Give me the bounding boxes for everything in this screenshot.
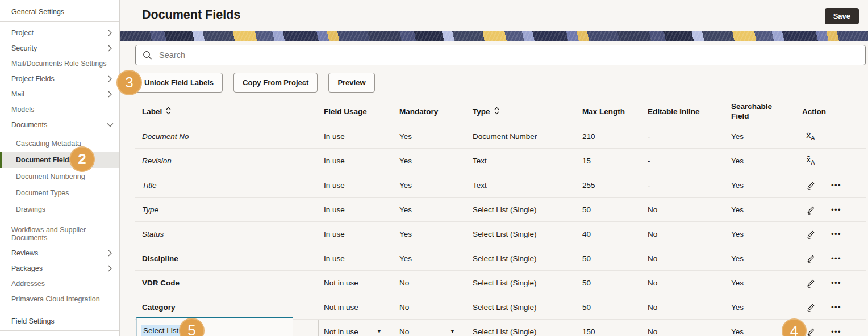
edit-pencil-icon[interactable] xyxy=(806,278,816,288)
sidebar-item-security[interactable]: Security xyxy=(0,40,119,56)
cell-mandatory: Yes xyxy=(399,132,473,141)
save-button[interactable]: Save xyxy=(825,8,859,24)
sidebar-item-primavera-cloud-integration[interactable]: Primavera Cloud Integration xyxy=(0,291,119,306)
sort-icon[interactable] xyxy=(494,107,499,116)
cell-mandatory-value: Yes xyxy=(399,132,412,141)
table-row-select-list-1[interactable]: Select List 15Not in use▼No▼Select List … xyxy=(135,319,866,336)
cell-action: ••• xyxy=(802,303,866,312)
sidebar-item-project[interactable]: Project xyxy=(0,25,119,40)
cell-field-usage-value: Not in use xyxy=(324,279,358,287)
chevron-down-icon xyxy=(107,123,114,127)
sidebar-item-mail[interactable]: Mail xyxy=(0,86,119,102)
cell-editable-inline-value: No xyxy=(648,279,657,287)
page-header: Document Fields Save xyxy=(120,0,868,30)
sidebar-item-label: Documents xyxy=(11,121,47,129)
more-actions-icon[interactable]: ••• xyxy=(831,255,841,262)
preview-button[interactable]: Preview xyxy=(328,73,374,93)
edit-pencil-icon[interactable] xyxy=(806,303,816,312)
sort-icon[interactable] xyxy=(166,107,171,116)
copy-from-project-button[interactable]: Copy From Project xyxy=(233,73,318,93)
translate-icon[interactable]: x̄A xyxy=(806,131,815,141)
sidebar-item-label: Workflows and Supplier Documents xyxy=(11,226,86,242)
sidebar-item-label: Mail/Documents Role Settings xyxy=(11,60,106,68)
sidebar-item-label: Document Numbering xyxy=(16,173,85,180)
cell-editable-inline-value: No xyxy=(648,303,657,312)
cell-mandatory: No xyxy=(399,303,473,312)
column-header-inner: Mandatory xyxy=(399,107,438,116)
edit-pencil-icon[interactable] xyxy=(806,180,816,190)
dropdown-caret-icon[interactable]: ▼ xyxy=(450,329,455,334)
table-row-category[interactable]: CategoryNot in useNoSelect List (Single)… xyxy=(135,295,866,319)
sidebar-item-models[interactable]: Models xyxy=(0,102,119,117)
label-edit-field[interactable]: Select List 1 xyxy=(136,317,293,336)
cell-searchable-field-value: Yes xyxy=(731,181,744,190)
sidebar-item-addresses[interactable]: Addresses xyxy=(0,276,119,291)
table-row-status[interactable]: StatusIn useYesSelect List (Single)40NoY… xyxy=(135,221,866,246)
field-label-text: Discipline xyxy=(142,254,178,263)
translate-icon[interactable]: x̄A xyxy=(806,156,815,166)
more-actions-icon[interactable]: ••• xyxy=(831,304,841,311)
table-row-vdr-code[interactable]: VDR CodeNot in useNoSelect List (Single)… xyxy=(135,270,866,295)
cell-mandatory-value: Yes xyxy=(399,254,412,263)
more-actions-icon[interactable]: ••• xyxy=(831,230,841,238)
cell-searchable-field: Yes xyxy=(731,181,802,190)
search-input[interactable] xyxy=(158,50,865,60)
sidebar-item-document-numbering[interactable]: Document Numbering xyxy=(0,168,119,184)
cell-max-length: 40 xyxy=(582,230,648,238)
column-header-label: Editable Inline xyxy=(648,107,700,116)
edit-pencil-icon[interactable] xyxy=(806,254,816,263)
sidebar-item-label: Models xyxy=(11,106,34,114)
cell-label: Title xyxy=(135,181,324,190)
cell-max-length-value: 50 xyxy=(582,303,591,312)
edit-cell-divider xyxy=(465,320,465,336)
column-header-label[interactable]: Label xyxy=(135,107,324,116)
sidebar-item-documents[interactable]: Documents xyxy=(0,117,119,132)
edit-pencil-icon[interactable] xyxy=(806,229,816,239)
cell-label: Document No xyxy=(135,132,324,141)
cell-max-length-value: 50 xyxy=(582,254,591,263)
sidebar-item-label: Document Fields xyxy=(16,156,73,164)
more-actions-icon[interactable]: ••• xyxy=(831,279,841,287)
sidebar-item-label: Cascading Metadata xyxy=(16,140,81,148)
column-header-type[interactable]: Type xyxy=(473,107,582,116)
column-header-label: Field Usage xyxy=(324,107,367,116)
unlock-field-labels-button[interactable]: Unlock Field Labels xyxy=(135,73,223,93)
sidebar-item-drawings[interactable]: Drawings xyxy=(0,201,119,217)
more-actions-icon[interactable]: ••• xyxy=(831,328,841,335)
sidebar-item-packages[interactable]: Packages xyxy=(0,261,119,276)
sidebar-item-document-fields[interactable]: Document Fields2 xyxy=(0,152,119,168)
cell-field-usage: Not in use xyxy=(324,303,399,312)
cell-searchable-field-value: Yes xyxy=(731,303,744,312)
cell-type: Select List (Single) xyxy=(473,303,582,312)
table-row-type[interactable]: TypeIn useYesSelect List (Single)50NoYes… xyxy=(135,197,866,221)
cell-mandatory[interactable]: No▼ xyxy=(399,327,473,336)
cell-mandatory: No xyxy=(399,279,473,287)
column-header-mandatory: Mandatory xyxy=(399,107,473,116)
cell-searchable-field-value: Yes xyxy=(731,132,744,141)
edit-pencil-icon[interactable] xyxy=(806,205,816,215)
table-row-revision[interactable]: RevisionIn useYesText15-Yesx̄A xyxy=(135,148,866,173)
table-row-document-no[interactable]: Document NoIn useYesDocument Number210-Y… xyxy=(135,124,866,148)
sidebar-item-mail-documents-role-settings[interactable]: Mail/Documents Role Settings xyxy=(0,56,119,71)
cell-searchable-field-value: Yes xyxy=(731,254,744,263)
dropdown-caret-icon[interactable]: ▼ xyxy=(377,329,382,334)
table-row-discipline[interactable]: DisciplineIn useYesSelect List (Single)5… xyxy=(135,246,866,270)
cell-searchable-field-value: Yes xyxy=(731,279,744,287)
cell-max-length: 50 xyxy=(582,303,648,312)
sidebar-item-reviews[interactable]: Reviews xyxy=(0,245,119,261)
chevron-right-icon xyxy=(108,75,112,82)
sidebar-item-workflows-and-supplier-documents[interactable]: Workflows and Supplier Documents xyxy=(0,222,119,245)
cell-mandatory-value: No xyxy=(399,279,409,287)
column-header-inner: Type xyxy=(473,107,499,116)
edit-pencil-icon[interactable] xyxy=(806,327,816,336)
cell-field-usage: In use xyxy=(324,157,399,165)
cell-field-usage[interactable]: Not in use▼ xyxy=(324,327,399,336)
sidebar-item-cascading-metadata[interactable]: Cascading Metadata xyxy=(0,135,119,152)
sidebar-item-project-fields[interactable]: Project Fields xyxy=(0,71,119,86)
cell-field-usage: In use xyxy=(324,254,399,263)
more-actions-icon[interactable]: ••• xyxy=(831,206,841,213)
table-row-title[interactable]: TitleIn useYesText255-Yes••• xyxy=(135,173,866,197)
more-actions-icon[interactable]: ••• xyxy=(831,182,841,189)
column-header-label: Type xyxy=(473,107,490,116)
sidebar-item-document-types[interactable]: Document Types xyxy=(0,184,119,201)
